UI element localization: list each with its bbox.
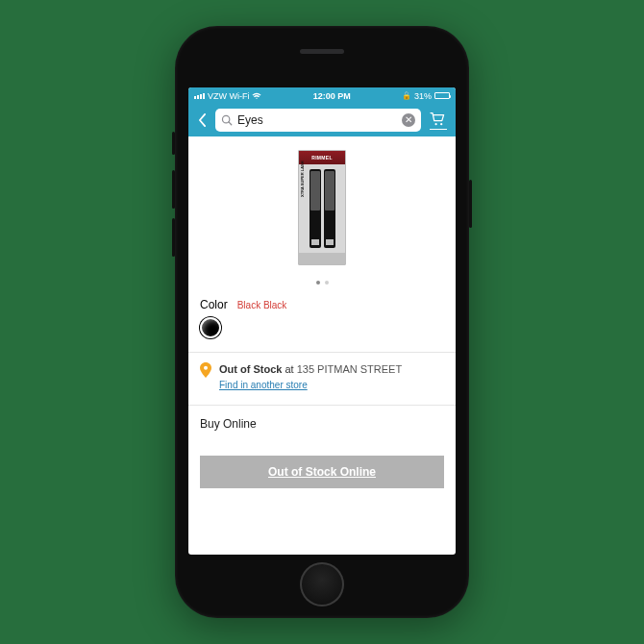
search-icon — [221, 114, 233, 126]
carousel-dots — [188, 281, 456, 285]
app-header: ✕ — [188, 104, 456, 136]
carrier-label: VZW Wi-Fi — [208, 91, 249, 101]
svg-point-4 — [204, 366, 208, 370]
svg-line-1 — [229, 122, 232, 125]
search-field[interactable]: ✕ — [215, 109, 421, 132]
buy-online-label: Buy Online — [188, 406, 456, 442]
battery-icon — [434, 92, 450, 99]
content: RIMMEL XTRA SUPER LASH Color Black Black — [188, 136, 456, 555]
phone-frame: VZW Wi-Fi 12:00 PM 🔒 31% ✕ — [175, 26, 469, 618]
cart-button[interactable] — [427, 111, 450, 130]
carousel-dot[interactable] — [325, 281, 329, 285]
location-pin-icon — [200, 362, 211, 393]
product-package-label: XTRA SUPER LASH — [300, 161, 305, 197]
color-value: Black Black — [237, 300, 287, 310]
phone-speaker — [300, 49, 344, 54]
back-button[interactable] — [194, 109, 210, 132]
store-stock-section: Out of Stock at 135 PITMAN STREET Find i… — [188, 353, 456, 406]
svg-point-3 — [440, 123, 442, 125]
search-input[interactable] — [237, 113, 397, 127]
wifi-icon — [252, 92, 261, 100]
find-store-link[interactable]: Find in another store — [219, 379, 308, 392]
battery-pct: 31% — [414, 91, 432, 101]
stock-status: Out of Stock — [219, 363, 282, 375]
carousel-dot[interactable] — [316, 281, 320, 285]
svg-point-2 — [434, 123, 436, 125]
out-of-stock-button-label: Out of Stock Online — [268, 465, 376, 479]
clear-search-button[interactable]: ✕ — [402, 113, 415, 127]
home-button[interactable] — [300, 562, 344, 607]
stock-at: at — [285, 363, 293, 375]
product-image-carousel[interactable]: RIMMEL XTRA SUPER LASH — [188, 136, 456, 279]
volume-down — [172, 218, 175, 257]
lock-icon: 🔒 — [402, 91, 411, 100]
color-swatch[interactable] — [200, 317, 221, 338]
status-bar: VZW Wi-Fi 12:00 PM 🔒 31% — [188, 87, 456, 104]
screen: VZW Wi-Fi 12:00 PM 🔒 31% ✕ — [188, 87, 456, 555]
volume-up — [172, 170, 175, 209]
signal-icon — [194, 93, 205, 99]
stock-address: 135 PITMAN STREET — [297, 363, 402, 375]
product-brand: RIMMEL — [299, 151, 345, 164]
color-label: Color — [200, 298, 228, 311]
product-image: RIMMEL XTRA SUPER LASH — [298, 150, 346, 265]
out-of-stock-button[interactable]: Out of Stock Online — [200, 456, 444, 488]
mute-switch — [172, 132, 175, 155]
clock: 12:00 PM — [313, 91, 351, 101]
power-button — [469, 180, 472, 228]
